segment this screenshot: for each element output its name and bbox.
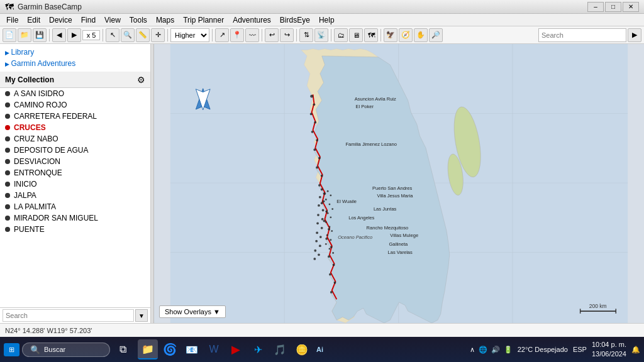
list-item[interactable]: CARRETERA FEDERAL (0, 111, 150, 122)
svg-point-53 (325, 199, 327, 200)
pan-button[interactable]: ✋ (414, 28, 428, 42)
list-item[interactable]: PUENTE (0, 224, 150, 235)
taskbar-app-red[interactable]: ▶ (226, 339, 246, 359)
network-icon[interactable]: 🌐 (479, 346, 487, 354)
volume-icon[interactable]: 🔊 (491, 346, 500, 354)
list-item-cruces[interactable]: CRUCES (0, 122, 150, 133)
list-item[interactable]: CAMINO ROJO (0, 99, 150, 111)
svg-point-29 (328, 255, 330, 258)
svg-point-34 (321, 189, 323, 191)
menu-adventures[interactable]: Adventures (229, 14, 275, 26)
waypoint-tool[interactable]: 📍 (230, 28, 244, 42)
menu-tools[interactable]: Tools (126, 14, 151, 26)
minimize-button[interactable]: – (587, 2, 604, 12)
taskbar-app-explorer[interactable]: 📁 (138, 339, 158, 359)
sidebar-nav-adventures[interactable]: Garmin Adventures (5, 58, 145, 69)
list-item[interactable]: CRUZ NABO (0, 133, 150, 145)
svg-text:Las Juntas: Las Juntas (374, 206, 397, 212)
sidebar-search-input[interactable] (3, 309, 134, 322)
menu-trip-planner[interactable]: Trip Planner (179, 14, 228, 26)
svg-point-26 (328, 228, 330, 231)
item-label: A SAN ISIDRO (14, 89, 64, 98)
list-item[interactable]: MIRADOR SAN MIGUEL (0, 212, 150, 224)
start-button[interactable]: ⊞ (4, 343, 19, 356)
task-view-button[interactable]: ⧉ (113, 339, 133, 359)
item-label: CRUCES (14, 123, 46, 132)
map-area[interactable]: Asuncion Avila Ruiz El Poker Familia Jim… (154, 44, 644, 323)
sidebar-nav-library[interactable]: Library (5, 47, 145, 58)
taskbar-app-mail[interactable]: 📧 (182, 339, 202, 359)
open-button[interactable]: 📁 (18, 28, 31, 42)
menu-device[interactable]: Device (45, 14, 76, 26)
svg-point-17 (313, 148, 316, 151)
taskbar-app-coin[interactable]: 🪙 (292, 339, 312, 359)
map-product-button[interactable]: 🗺 (364, 28, 378, 42)
zoom-in-tool[interactable]: 🔍 (121, 28, 135, 42)
device-button[interactable]: 📡 (314, 28, 328, 42)
chevron-icon[interactable]: ∧ (470, 346, 475, 354)
show-overlays-button[interactable]: Show Overlays ▼ (159, 305, 226, 318)
list-item[interactable]: A SAN ISIDRO (0, 88, 150, 99)
close-button[interactable]: ✕ (623, 2, 639, 12)
taskbar-app-ai[interactable]: Ai (314, 339, 326, 359)
list-item[interactable]: INICIO (0, 178, 150, 190)
sidebar-search-button[interactable]: ▼ (135, 309, 148, 322)
svg-point-36 (319, 196, 321, 199)
taskbar-clock[interactable]: 10:04 p. m. 13/06/2024 (592, 340, 626, 359)
arrow-tool[interactable]: ↖ (106, 28, 119, 42)
item-dot (5, 148, 10, 153)
track-tool[interactable]: 〰 (245, 28, 259, 42)
menu-birdseye[interactable]: BirdsEye (276, 14, 314, 26)
layer-button[interactable]: 🗂 (334, 28, 348, 42)
save-button[interactable]: 💾 (33, 28, 47, 42)
crosshair-tool[interactable]: ✛ (151, 28, 165, 42)
taskbar-app-edge[interactable]: 🌀 (160, 339, 180, 359)
zoom-button[interactable]: 🔎 (429, 28, 443, 42)
battery-icon[interactable]: 🔋 (504, 346, 513, 354)
taskbar-app-music[interactable]: 🎵 (270, 339, 290, 359)
svg-point-27 (325, 238, 328, 240)
list-item[interactable]: ENTRONQUE (0, 167, 150, 178)
maximize-button[interactable]: □ (605, 2, 621, 12)
taskbar-app-garmin[interactable]: ✈ (248, 339, 268, 359)
quality-select[interactable]: Higher High Normal Low (170, 28, 209, 42)
sidebar: Library Garmin Adventures My Collection … (0, 44, 151, 323)
list-item[interactable]: DEPOSITO DE AGUA (0, 145, 150, 156)
menu-help[interactable]: Help (315, 14, 338, 26)
collection-settings-button[interactable]: ⚙ (137, 75, 145, 85)
list-item[interactable]: DESVIACION (0, 156, 150, 167)
map-overlay-controls: Show Overlays ▼ (159, 305, 226, 318)
taskbar-search[interactable]: 🔍 Buscar (22, 343, 110, 357)
new-button[interactable]: 📄 (3, 28, 16, 42)
measure-tool[interactable]: 📏 (136, 28, 150, 42)
svg-point-63 (325, 243, 327, 245)
forward-button[interactable]: ▶ (67, 28, 81, 42)
redo-button[interactable]: ↪ (280, 28, 294, 42)
svg-point-62 (330, 239, 331, 241)
route-tool[interactable]: ↗ (215, 28, 229, 42)
display-button[interactable]: 🖥 (349, 28, 363, 42)
menu-file[interactable]: File (3, 14, 22, 26)
item-dot (5, 204, 10, 209)
search-go-button[interactable]: ▶ (628, 28, 641, 42)
svg-point-50 (313, 258, 316, 260)
taskbar-app-word[interactable]: W (204, 339, 224, 359)
menu-find[interactable]: Find (77, 14, 99, 26)
menu-view[interactable]: View (101, 14, 125, 26)
svg-text:Villa Jesus Maria: Villa Jesus Maria (377, 193, 414, 199)
sep2 (103, 29, 103, 41)
menu-edit[interactable]: Edit (23, 14, 44, 26)
list-item[interactable]: JALPA (0, 190, 150, 201)
birdseye-button[interactable]: 🦅 (384, 28, 397, 42)
compass-button[interactable]: 🧭 (399, 28, 413, 42)
undo-button[interactable]: ↩ (265, 28, 279, 42)
search-input[interactable] (538, 28, 626, 42)
svg-point-13 (310, 113, 313, 116)
item-dot (5, 102, 10, 107)
back-button[interactable]: ◀ (52, 28, 66, 42)
notifications-icon[interactable]: 🔔 (631, 346, 640, 354)
transfer-button[interactable]: ⇅ (299, 28, 313, 42)
language-display[interactable]: ESP (573, 346, 587, 353)
list-item[interactable]: LA PALMITA (0, 201, 150, 212)
menu-maps[interactable]: Maps (152, 14, 178, 26)
